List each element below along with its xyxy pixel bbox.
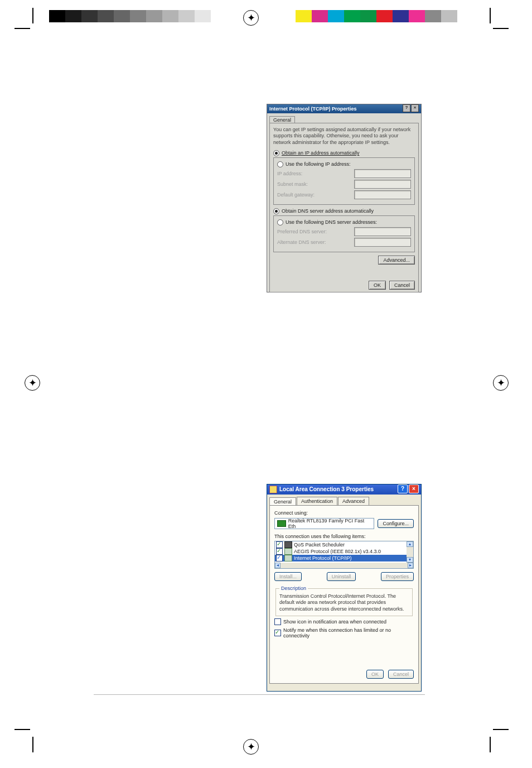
tcpip-properties-dialog: Internet Protocol (TCP/IP) Properties ? … xyxy=(267,104,422,292)
crop-mark xyxy=(490,8,491,23)
install-button[interactable]: Install... xyxy=(274,572,302,581)
crop-mark xyxy=(14,729,30,730)
checkbox-icon[interactable] xyxy=(274,630,281,636)
dialog-titlebar[interactable]: Internet Protocol (TCP/IP) Properties ? … xyxy=(267,104,421,113)
close-button[interactable]: × xyxy=(411,104,419,112)
radio-label: Use the following IP address: xyxy=(286,161,350,167)
crop-mark xyxy=(14,28,30,29)
ip-address-label: IP address: xyxy=(277,171,302,176)
radio-use-following-ip[interactable]: Use the following IP address: xyxy=(277,161,411,167)
tab-authentication[interactable]: Authentication xyxy=(297,497,337,505)
registration-mark xyxy=(243,10,259,26)
radio-icon xyxy=(273,208,279,214)
description-text: Transmission Control Protocol/Internet P… xyxy=(279,593,409,612)
lan-connection-properties-dialog: Local Area Connection 3 Properties ? × G… xyxy=(267,484,422,692)
scroll-up-icon[interactable]: ▲ xyxy=(407,541,413,547)
dialog-title: Local Area Connection 3 Properties xyxy=(279,484,374,495)
protocol-icon xyxy=(284,548,292,555)
help-button[interactable]: ? xyxy=(398,484,408,493)
ok-button[interactable]: OK xyxy=(369,281,386,290)
cancel-button[interactable]: Cancel xyxy=(389,281,415,290)
radio-icon xyxy=(273,150,279,156)
radio-label: Obtain DNS server address automatically xyxy=(282,208,374,214)
horizontal-scrollbar[interactable]: ◄ ► xyxy=(275,563,413,568)
scheduler-icon xyxy=(284,541,292,548)
list-item-label: AEGIS Protocol (IEEE 802.1x) v3.4.3.0 xyxy=(294,549,381,554)
subnet-mask-field[interactable] xyxy=(354,180,411,189)
crop-mark xyxy=(493,729,509,730)
list-item[interactable]: QoS Packet Scheduler xyxy=(275,541,413,548)
description-group: Description Transmission Control Protoco… xyxy=(275,585,413,616)
checkbox-icon[interactable] xyxy=(276,555,283,561)
registration-mark xyxy=(243,739,259,755)
alternate-dns-label: Alternate DNS server: xyxy=(277,239,326,245)
radio-icon xyxy=(277,161,283,167)
subnet-mask-label: Subnet mask: xyxy=(277,181,308,187)
vertical-scrollbar[interactable]: ▲ ▼ xyxy=(407,541,413,563)
list-item-label: QoS Packet Scheduler xyxy=(294,542,345,548)
checkbox-icon[interactable] xyxy=(274,618,281,625)
checkbox-label: Show icon in notification area when conn… xyxy=(283,619,386,625)
radio-label: Use the following DNS server addresses: xyxy=(286,219,377,225)
radio-label: Obtain an IP address automatically xyxy=(282,150,359,156)
help-button[interactable]: ? xyxy=(403,104,410,112)
uninstall-button[interactable]: Uninstall xyxy=(327,572,356,581)
connection-icon xyxy=(269,486,277,493)
radio-icon xyxy=(277,219,283,225)
default-gateway-label: Default gateway: xyxy=(277,192,315,198)
list-item-selected[interactable]: Internet Protocol (TCP/IP) xyxy=(275,555,413,561)
nic-icon xyxy=(277,520,286,527)
crop-mark xyxy=(493,28,509,29)
tab-general[interactable]: General xyxy=(269,497,296,506)
properties-button[interactable]: Properties xyxy=(381,572,414,581)
scroll-down-icon[interactable]: ▼ xyxy=(407,557,413,563)
preferred-dns-label: Preferred DNS server: xyxy=(277,229,327,234)
cancel-button[interactable]: Cancel xyxy=(388,670,414,679)
advanced-button[interactable]: Advanced... xyxy=(378,256,415,265)
crop-mark xyxy=(32,737,33,752)
list-item[interactable]: AEGIS Protocol (IEEE 802.1x) v3.4.3.0 xyxy=(275,548,413,555)
notify-limited-checkbox-row[interactable]: Notify me when this connection has limit… xyxy=(274,627,414,639)
crop-mark xyxy=(490,737,491,752)
protocol-icon xyxy=(284,555,292,561)
checkbox-label: Notify me when this connection has limit… xyxy=(283,627,414,639)
grayscale-colorbar xyxy=(49,10,211,22)
list-item-label: Internet Protocol (TCP/IP) xyxy=(294,555,352,561)
default-gateway-field[interactable] xyxy=(354,190,411,199)
description-legend: Description xyxy=(279,585,308,591)
network-adapter-name: Realtek RTL8139 Family PCI Fast Eth xyxy=(288,518,372,529)
configure-button[interactable]: Configure... xyxy=(378,519,414,528)
footer-divider xyxy=(94,694,425,695)
scroll-right-icon[interactable]: ► xyxy=(408,563,413,568)
network-adapter-field[interactable]: Realtek RTL8139 Family PCI Fast Eth xyxy=(274,518,374,529)
crop-mark xyxy=(32,8,33,23)
ok-button[interactable]: OK xyxy=(366,670,384,679)
alternate-dns-field[interactable] xyxy=(354,238,411,247)
registration-mark xyxy=(25,375,40,391)
scroll-left-icon[interactable]: ◄ xyxy=(275,563,280,568)
items-label: This connection uses the following items… xyxy=(274,534,414,539)
radio-obtain-dns-auto[interactable]: Obtain DNS server address automatically xyxy=(273,208,415,214)
dialog-titlebar[interactable]: Local Area Connection 3 Properties ? × xyxy=(267,484,421,495)
tab-advanced[interactable]: Advanced xyxy=(338,497,369,505)
connect-using-label: Connect using: xyxy=(274,510,414,516)
dialog-title: Internet Protocol (TCP/IP) Properties xyxy=(269,104,357,113)
close-button[interactable]: × xyxy=(409,484,419,493)
info-text: You can get IP settings assigned automat… xyxy=(273,127,415,146)
show-icon-checkbox-row[interactable]: Show icon in notification area when conn… xyxy=(274,618,414,625)
registration-mark xyxy=(493,375,509,391)
connection-items-list[interactable]: QoS Packet Scheduler AEGIS Protocol (IEE… xyxy=(274,541,414,569)
radio-obtain-ip-auto[interactable]: Obtain an IP address automatically xyxy=(273,150,415,156)
radio-use-following-dns[interactable]: Use the following DNS server addresses: xyxy=(277,219,411,225)
ip-address-field[interactable] xyxy=(354,169,411,178)
color-colorbar xyxy=(296,10,457,22)
preferred-dns-field[interactable] xyxy=(354,227,411,236)
